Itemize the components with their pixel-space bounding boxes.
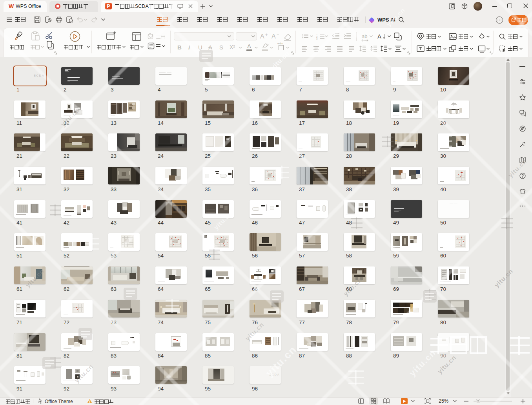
- svg-text:3: 3: [316, 38, 318, 40]
